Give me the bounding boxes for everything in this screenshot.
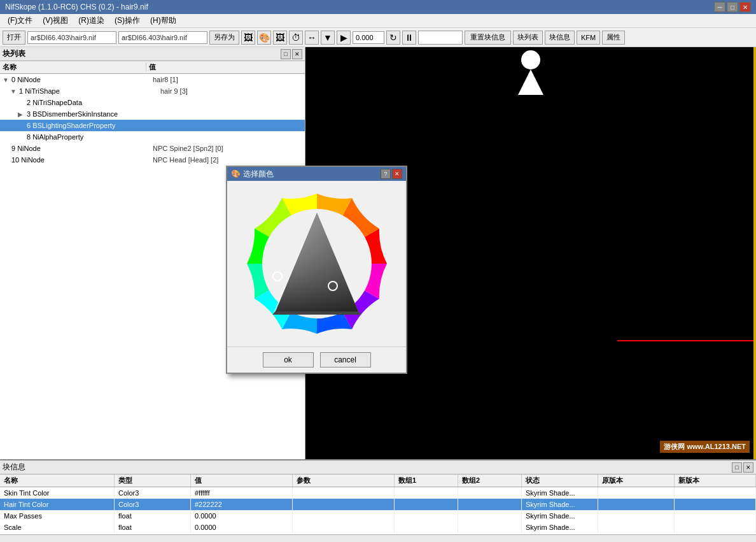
color-dialog: 🎨 选择颜色 ? ✕ <box>226 166 407 374</box>
menu-help[interactable]: (H)帮助 <box>145 14 181 27</box>
cell-new <box>675 487 756 499</box>
cell-grp2 <box>458 510 522 522</box>
cell-name: Scale <box>0 522 115 533</box>
ok-button[interactable]: ok <box>263 352 314 367</box>
col-value: 值 <box>191 474 293 487</box>
toolbar: 打开 ar$DI66.403\hair9.nif ar$DI66.403\hai… <box>0 28 756 47</box>
bottom-maximize[interactable]: □ <box>732 462 742 473</box>
bottom-columns: 名称 类型 值 参数 数组1 数组2 状态 原版本 新版本 <box>0 474 756 487</box>
table-row[interactable]: 9 NiNode NPC Spine2 [Spn2] [0] <box>0 143 305 154</box>
col-new: 新版本 <box>675 474 756 487</box>
animation-dropdown[interactable] <box>418 31 463 45</box>
menu-render[interactable]: (R)道染 <box>73 14 109 27</box>
expand-icon <box>18 99 25 106</box>
minimize-button[interactable]: ─ <box>714 2 725 12</box>
cell-grp1 <box>395 510 458 522</box>
list-item[interactable]: Max Passes float 0.0000 Skyrim Shade... <box>0 510 756 522</box>
cell-param <box>293 499 395 510</box>
loop2-icon[interactable]: ⏸ <box>402 31 416 45</box>
blockinfo-button[interactable]: 块信息 <box>545 31 575 45</box>
color-dialog-buttons: ok cancel <box>227 346 406 373</box>
cell-grp1 <box>395 487 458 499</box>
row-id-name: 3 BSDismemberSkinInstance <box>25 110 165 118</box>
cell-grp1 <box>395 522 458 533</box>
cell-param <box>293 487 395 499</box>
table-row[interactable]: ▼ 0 NiNode hair8 [1] <box>0 74 305 85</box>
play-icon[interactable]: ▶ <box>337 31 351 45</box>
table-row[interactable]: 10 NiNode NPC Head [Head] [2] <box>0 154 305 166</box>
expand-icon <box>3 157 10 164</box>
reset-button[interactable]: 重置块信息 <box>465 31 511 45</box>
table-row[interactable]: 6 BSLightingShaderProperty <box>0 120 305 131</box>
list-item[interactable]: Hair Tint Color Color3 #222222 Skyrim Sh… <box>0 499 756 510</box>
cell-orig <box>598 487 675 499</box>
cell-new <box>675 522 756 533</box>
loop-icon[interactable]: ↻ <box>386 31 400 45</box>
blocklist-button[interactable]: 块列表 <box>513 31 543 45</box>
block-list-close[interactable]: ✕ <box>292 49 302 59</box>
saveas-button[interactable]: 另存为 <box>209 31 239 45</box>
cell-param <box>293 522 395 533</box>
expand-icon <box>3 145 10 152</box>
dialog-icon: 🎨 <box>231 169 241 178</box>
cell-name: Max Passes <box>0 510 115 522</box>
col-grp1: 数组1 <box>395 474 458 487</box>
table-row[interactable]: 2 NiTriShapeData <box>0 97 305 108</box>
table-row[interactable]: ▼ 1 NiTriShape hair 9 [3] <box>0 85 305 97</box>
block-list-maximize[interactable]: □ <box>281 49 291 59</box>
row-id-name: 8 NiAlphaProperty <box>25 133 165 141</box>
open-button[interactable]: 打开 <box>3 31 25 45</box>
cell-grp2 <box>458 499 522 510</box>
expand-icon[interactable]: ▼ <box>10 88 18 95</box>
path-field-2[interactable]: ar$DI66.403\hair9.nif <box>118 31 207 44</box>
properties-button[interactable]: 属性 <box>602 31 625 45</box>
table-row[interactable]: ▶ 3 BSDismemberSkinInstance <box>0 108 305 120</box>
col-state: 状态 <box>522 474 598 487</box>
close-button[interactable]: ✕ <box>739 2 751 12</box>
bottom-scrollbar[interactable] <box>0 534 756 542</box>
col-grp2: 数组2 <box>458 474 522 487</box>
cell-state: Skyrim Shade... <box>522 522 598 533</box>
app-title: NifSkope (1.1.0-RC6) CHS (0.2) - hair9.n… <box>5 3 148 11</box>
cancel-button[interactable]: cancel <box>320 352 371 367</box>
table-row[interactable]: 8 NiAlphaProperty <box>0 131 305 143</box>
menu-file[interactable]: (F)文件 <box>3 14 38 27</box>
expand-icon[interactable]: ▼ <box>3 76 10 83</box>
path-field-1[interactable]: ar$DI66.403\hair9.nif <box>27 31 116 44</box>
expand-icon[interactable]: ▶ <box>18 111 25 118</box>
dialog-help[interactable]: ? <box>381 169 391 179</box>
col-value: 值 <box>146 62 305 72</box>
expand-icon <box>18 134 25 141</box>
down-arrow-icon[interactable]: ▼ <box>321 31 335 45</box>
col-type: 类型 <box>115 474 191 487</box>
color-wheel[interactable] <box>241 187 393 340</box>
row-id-name: 1 NiTriShape <box>18 87 158 95</box>
cell-type: Color3 <box>115 487 191 499</box>
dialog-close[interactable]: ✕ <box>392 169 402 179</box>
block-list-controls: □ ✕ <box>281 49 302 59</box>
fps-icon[interactable]: ⏱ <box>289 31 303 45</box>
time-field[interactable]: 0.000 <box>353 31 384 44</box>
kfm-button[interactable]: KFM <box>577 31 600 45</box>
list-item[interactable]: Scale float 0.0000 Skyrim Shade... <box>0 522 756 533</box>
list-item[interactable]: Skin Tint Color Color3 #ffffff Skyrim Sh… <box>0 487 756 499</box>
cell-type: Color3 <box>115 499 191 510</box>
arrows-icon[interactable]: ↔ <box>305 31 319 45</box>
cell-orig <box>598 510 675 522</box>
maximize-button[interactable]: □ <box>727 2 738 12</box>
bottom-close[interactable]: ✕ <box>743 462 753 473</box>
menu-view[interactable]: (V)视图 <box>38 14 73 27</box>
cell-param <box>293 510 395 522</box>
texture-icon[interactable]: 🖼 <box>241 31 255 45</box>
menu-spells[interactable]: (S)操作 <box>109 14 145 27</box>
row-value: NPC Head [Head] [2] <box>150 156 218 164</box>
bottom-panel-header: 块信息 □ ✕ <box>0 460 756 474</box>
row-id-name: 2 NiTriShapeData <box>25 99 165 106</box>
row-id-name: 0 NiNode <box>10 76 150 83</box>
cell-type: float <box>115 510 191 522</box>
col-param: 参数 <box>293 474 395 487</box>
texture2-icon[interactable]: 🎨 <box>257 31 271 45</box>
cell-name: Skin Tint Color <box>0 487 115 499</box>
block-list-header: 块列表 □ ✕ <box>0 47 305 61</box>
texture3-icon[interactable]: 🖼 <box>273 31 287 45</box>
